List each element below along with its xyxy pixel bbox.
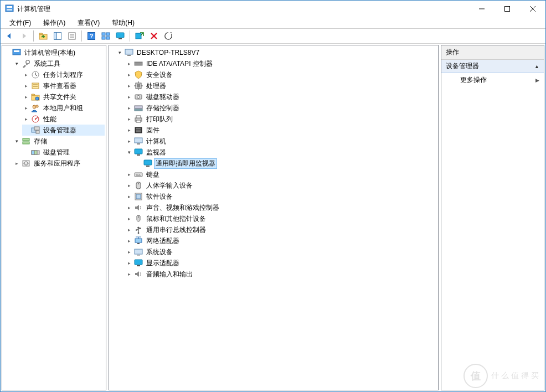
svg-rect-31 [32,83,39,89]
expand-toggle[interactable]: ▸ [125,171,133,178]
close-button[interactable] [520,1,545,17]
svg-rect-2 [7,9,12,11]
expand-toggle[interactable]: ▸ [125,259,133,267]
expand-toggle[interactable]: ▸ [125,60,133,68]
titlebar: 计算机管理 [1,1,545,17]
computer-icon [125,48,133,57]
expand-toggle[interactable]: ▾ [13,137,20,145]
properties-button[interactable] [65,29,79,43]
svg-rect-9 [54,33,57,40]
device-tree[interactable]: ▾ DESKTOP-TRLS8V7 ▸IDE ATA/ATAPI 控制器 ▸安全… [109,45,438,281]
collapse-icon[interactable]: ▲ [534,64,539,69]
dev-disk-drives[interactable]: ▸磁盘驱动器 [125,91,437,102]
expand-toggle[interactable]: ▸ [125,215,133,223]
dev-ide[interactable]: ▸IDE ATA/ATAPI 控制器 [125,58,437,69]
tree-disk-management[interactable]: ▶ 磁盘管理 [22,147,105,158]
dev-computer[interactable]: ▸计算机 [125,136,437,147]
forward-button[interactable] [17,29,30,43]
tree-computer-management[interactable]: ▶ 计算机管理(本地) [3,47,105,58]
monitor-button[interactable] [114,29,127,43]
dev-pnp-monitor[interactable]: ▶通用即插即用监视器 [135,158,437,169]
expand-toggle[interactable]: ▾ [116,49,123,56]
monitor-icon [143,159,152,168]
svg-rect-81 [146,166,150,167]
expand-toggle[interactable]: ▸ [125,226,133,234]
expand-toggle[interactable]: ▸ [22,115,30,123]
expand-toggle[interactable]: ▸ [125,71,133,79]
tree-storage[interactable]: ▾ 存储 [13,136,105,147]
expand-toggle[interactable]: ▸ [125,270,133,278]
svg-rect-19 [106,37,110,39]
help-button[interactable]: ? [85,29,98,43]
dev-print-queue[interactable]: ▸打印队列 [125,114,437,125]
svg-rect-68 [135,109,142,111]
dev-security[interactable]: ▸安全设备 [125,69,437,80]
expand-toggle[interactable]: ▸ [125,182,133,189]
firmware-icon [134,126,143,135]
show-hide-tree-button[interactable] [51,29,64,43]
expand-toggle[interactable]: ▸ [22,93,30,101]
dev-root[interactable]: ▾ DESKTOP-TRLS8V7 [116,47,437,58]
tree-device-manager[interactable]: ▶ 设备管理器 [22,125,105,136]
expand-toggle[interactable]: ▸ [125,104,133,112]
dev-mouse[interactable]: ▸鼠标和其他指针设备 [125,213,437,224]
menu-help[interactable]: 帮助(H) [106,17,140,29]
expand-toggle[interactable]: ▾ [125,148,133,156]
expand-toggle[interactable]: ▸ [13,159,20,167]
expand-toggle[interactable]: ▸ [125,248,133,256]
dev-sound[interactable]: ▸声音、视频和游戏控制器 [125,202,437,213]
actions-more[interactable]: 更多操作 ▶ [441,73,544,87]
dev-storage-controllers[interactable]: ▸存储控制器 [125,102,437,114]
view-mode-button[interactable] [99,29,112,43]
expand-toggle[interactable]: ▸ [125,137,133,145]
dev-cpu[interactable]: ▸处理器 [125,80,437,91]
dev-usb[interactable]: ▸通用串行总线控制器 [125,224,437,235]
actions-section[interactable]: 设备管理器 ▲ [441,60,544,73]
tree-performance[interactable]: ▸ 性能 [22,114,105,125]
console-tree[interactable]: ▶ 计算机管理(本地) ▾ 系统工具 ▸ [2,45,106,171]
expand-toggle[interactable]: ▸ [22,82,30,90]
expand-toggle[interactable]: ▸ [125,93,133,101]
tree-event-viewer[interactable]: ▸ 事件查看器 [22,80,105,91]
tree-system-tools[interactable]: ▾ 系统工具 [13,58,105,69]
computer-management-icon [12,48,21,57]
dev-system-devices[interactable]: ▸系统设备 [125,246,437,257]
center-pane: ▾ DESKTOP-TRLS8V7 ▸IDE ATA/ATAPI 控制器 ▸安全… [109,45,439,390]
tree-services-apps[interactable]: ▸ 服务和应用程序 [13,158,105,169]
tree-shared-folders[interactable]: ▸ 共享文件夹 [22,91,105,102]
expand-toggle[interactable]: ▸ [125,204,133,212]
dev-keyboard[interactable]: ▸键盘 [125,169,437,180]
back-button[interactable] [3,29,16,43]
delete-button[interactable] [147,29,161,43]
tree-task-scheduler[interactable]: ▸ 任务计划程序 [22,69,105,80]
expand-toggle[interactable]: ▸ [125,237,133,245]
refresh-button[interactable] [162,29,175,43]
expand-toggle[interactable]: ▸ [125,193,133,200]
minimize-button[interactable] [469,1,495,17]
dev-hid[interactable]: ▸人体学输入设备 [125,180,437,191]
maximize-button[interactable] [495,1,520,17]
dev-firmware[interactable]: ▸固件 [125,125,437,136]
expand-toggle[interactable]: ▸ [125,115,133,123]
tree-local-users[interactable]: ▸ 本地用户和组 [22,102,105,114]
expand-toggle[interactable]: ▸ [125,82,133,90]
expand-toggle[interactable]: ▾ [13,60,20,68]
menu-file[interactable]: 文件(F) [4,17,37,29]
expand-toggle[interactable]: ▸ [22,71,30,79]
dev-monitors[interactable]: ▾监视器 [125,147,437,158]
expand-toggle[interactable]: ▸ [125,126,133,134]
svg-point-39 [35,118,36,120]
menu-action[interactable]: 操作(A) [38,17,71,29]
shield-icon [134,70,143,79]
scan-hardware-button[interactable] [133,29,146,43]
shared-folders-icon [31,92,40,101]
expand-toggle[interactable]: ▸ [22,104,30,112]
svg-rect-47 [34,151,37,154]
dev-audio-io[interactable]: ▸音频输入和输出 [125,269,437,280]
menu-view[interactable]: 查看(V) [72,17,105,29]
dev-software-devices[interactable]: ▸软件设备 [125,191,437,202]
dev-network[interactable]: ▸网络适配器 [125,235,437,246]
dev-display-adapters[interactable]: ▸显示适配器 [125,257,437,269]
window-title: 计算机管理 [17,4,50,14]
up-folder-button[interactable] [37,29,50,43]
